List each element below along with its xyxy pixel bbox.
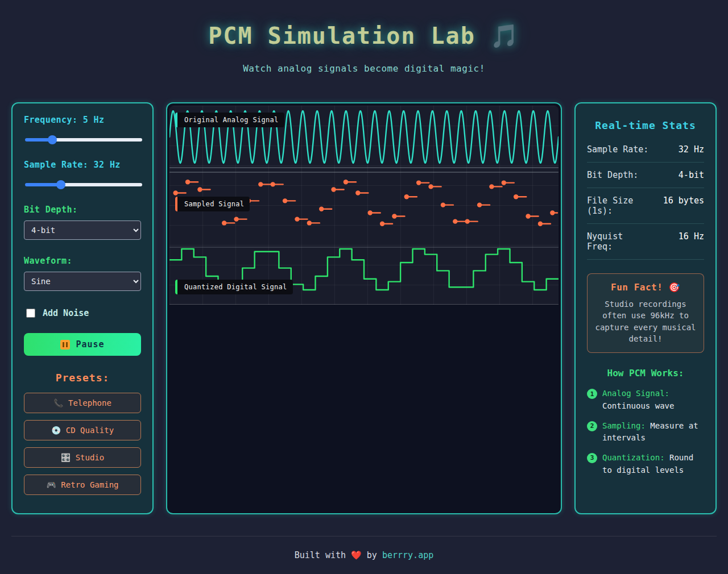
- bit-depth-label: Bit Depth:: [24, 205, 141, 215]
- how-step-1: 1 Analog Signal: Continuous wave: [587, 388, 704, 412]
- pause-icon: [60, 340, 70, 350]
- step-label: Analog Signal:: [602, 389, 669, 398]
- fun-fact-body: Studio recordings often use 96kHz to cap…: [594, 298, 697, 344]
- presets-heading: Presets:: [24, 372, 141, 384]
- separator-line: [169, 167, 559, 168]
- step-number-badge: 3: [587, 453, 597, 463]
- analog-signal-label: Original Analog Signal: [175, 113, 284, 127]
- step-text: Continuous wave: [602, 401, 674, 410]
- separator-line: [169, 172, 559, 173]
- preset-retro-gaming-button[interactable]: 🎮 Retro Gaming: [24, 475, 141, 495]
- stats-heading: Real-time Stats: [587, 119, 704, 131]
- waveform-display-area: Original Analog Signal Sampled Signal Qu…: [169, 106, 559, 305]
- step-label: Sampling:: [602, 421, 646, 430]
- fun-fact-box: Fun Fact! 🎯 Studio recordings often use …: [587, 273, 704, 353]
- bit-depth-control: Bit Depth: 4-bit: [24, 205, 141, 240]
- pause-button[interactable]: Pause: [24, 333, 141, 356]
- how-step-2: 2 Sampling: Measure at intervals: [587, 420, 704, 444]
- footer-text: by: [367, 550, 377, 560]
- main-content: Frequency: 5 Hz Sample Rate: 32 Hz Bit D…: [0, 102, 728, 514]
- stat-value: 4-bit: [679, 170, 704, 180]
- add-noise-checkbox[interactable]: [26, 309, 35, 318]
- sample-rate-slider[interactable]: [25, 183, 142, 186]
- heart-icon: ❤️: [351, 550, 362, 560]
- step-number-badge: 2: [587, 421, 597, 431]
- separator-line: [169, 247, 559, 248]
- pause-button-label: Pause: [76, 339, 104, 350]
- add-noise-row[interactable]: Add Noise: [24, 307, 141, 319]
- subtitle: Watch analog signals become digital magi…: [0, 63, 728, 74]
- waveform-select[interactable]: Sine: [24, 272, 141, 291]
- visualization-panel: Original Analog Signal Sampled Signal Qu…: [166, 102, 562, 514]
- waveform-label: Waveform:: [24, 256, 141, 266]
- preset-studio-button[interactable]: 🎛️ Studio: [24, 447, 141, 468]
- how-step-3: 3 Quantization: Round to digital levels: [587, 452, 704, 476]
- page-title: PCM Simulation Lab 🎵: [0, 23, 728, 49]
- stat-value: 32 Hz: [679, 144, 704, 155]
- sampled-signal-label: Sampled Signal: [175, 197, 250, 211]
- stat-label: Nyquist Freq:: [587, 231, 651, 252]
- fun-fact-title: Fun Fact! 🎯: [594, 282, 697, 293]
- footer-text: Built with: [295, 550, 346, 560]
- waveform-control: Waveform: Sine: [24, 256, 141, 291]
- preset-cd-quality-button[interactable]: 💿 CD Quality: [24, 420, 141, 440]
- frequency-label: Frequency: 5 Hz: [24, 115, 141, 125]
- frequency-control: Frequency: 5 Hz: [24, 115, 141, 144]
- stat-label: File Size (1s):: [587, 196, 651, 216]
- berrry-link[interactable]: berrry.app: [382, 550, 433, 560]
- footer: Built with ❤️ by berrry.app: [11, 536, 717, 574]
- stats-panel: Real-time Stats Sample Rate: 32 Hz Bit D…: [574, 102, 717, 514]
- stat-row-nyquist: Nyquist Freq: 16 Hz: [587, 224, 704, 260]
- stat-row-sample-rate: Sample Rate: 32 Hz: [587, 137, 704, 163]
- stat-label: Bit Depth:: [587, 170, 638, 180]
- frequency-slider[interactable]: [25, 138, 142, 142]
- sample-rate-label: Sample Rate: 32 Hz: [24, 160, 141, 170]
- stat-row-file-size: File Size (1s): 16 bytes: [587, 188, 704, 224]
- step-number-badge: 1: [587, 389, 597, 399]
- preset-telephone-button[interactable]: 📞 Telephone: [24, 393, 141, 413]
- add-noise-label: Add Noise: [43, 308, 89, 318]
- sample-rate-control: Sample Rate: 32 Hz: [24, 160, 141, 189]
- controls-panel: Frequency: 5 Hz Sample Rate: 32 Hz Bit D…: [11, 102, 154, 514]
- stat-value: 16 bytes: [663, 196, 704, 216]
- stat-value: 16 Hz: [679, 231, 704, 252]
- step-label: Quantization:: [602, 453, 665, 462]
- how-pcm-heading: How PCM Works:: [587, 368, 704, 378]
- header: PCM Simulation Lab 🎵 Watch analog signal…: [0, 0, 728, 74]
- stat-row-bit-depth: Bit Depth: 4-bit: [587, 163, 704, 188]
- bit-depth-select[interactable]: 4-bit: [24, 221, 141, 240]
- quantized-signal-label: Quantized Digital Signal: [175, 280, 293, 294]
- stat-label: Sample Rate:: [587, 144, 648, 155]
